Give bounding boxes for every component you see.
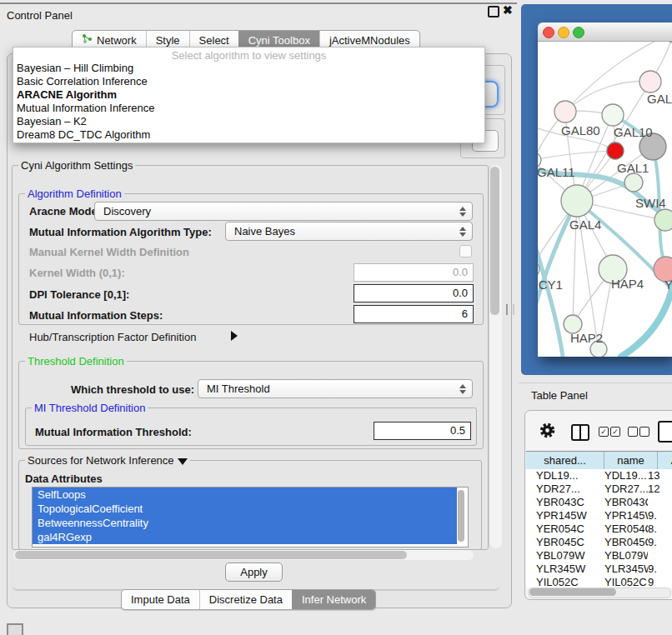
columns-icon[interactable] — [571, 424, 589, 441]
cell: YLR345W — [526, 562, 604, 576]
table-row[interactable]: YIL052CYIL052C9 — [526, 576, 672, 588]
list-item-selfloops[interactable]: SelfLoops — [33, 488, 457, 502]
cell: 8. — [648, 522, 672, 536]
unchecked-box-icon[interactable] — [628, 427, 638, 437]
stepper-arrows-icon — [459, 384, 466, 394]
dropdown-item-basic-correlation[interactable]: Basic Correlation Inference — [17, 75, 148, 88]
dpi-tolerance-label: DPI Tolerance [0,1]: — [29, 288, 129, 301]
cell: YLR345W — [604, 562, 648, 576]
checked-box-icon[interactable]: ✓ — [610, 427, 620, 437]
table-row[interactable]: YER054CYER054C8. — [526, 522, 672, 536]
column-header-partial[interactable]: A — [658, 452, 672, 469]
node-gal80[interactable] — [554, 101, 576, 122]
cell: YBR045C — [526, 536, 604, 549]
dropdown-item-dream8[interactable]: Dream8 DC_TDC Algorithm — [17, 128, 150, 141]
dropdown-item-bayesian-k2[interactable]: Bayesian – K2 — [17, 115, 87, 128]
node-red-selected[interactable] — [607, 142, 624, 159]
cell: 12 — [648, 482, 672, 496]
apply-button[interactable]: Apply — [225, 562, 283, 582]
sources-group-title[interactable]: Sources for Network Inference — [25, 455, 190, 467]
manual-kernel-width-label: Manual Kernel Width Definition — [29, 246, 189, 258]
dock-panel-icon[interactable] — [7, 623, 23, 635]
list-item-gal4rgexp[interactable]: gal4RGexp — [33, 530, 457, 544]
close-traffic-light-icon[interactable] — [543, 27, 554, 38]
expander-right-arrow-icon[interactable] — [231, 331, 238, 341]
new-table-icon-partial[interactable] — [658, 421, 672, 442]
table-horizontal-scrollbar-thumb[interactable] — [529, 588, 616, 596]
data-attributes-list[interactable]: SelfLoops TopologicalCoefficient Between… — [32, 487, 469, 548]
cell: 13 — [648, 469, 672, 482]
column-header-shared-name[interactable]: shared... — [526, 452, 604, 469]
label-swi4: SWI4 — [635, 196, 666, 210]
which-threshold-value: MI Threshold — [207, 382, 270, 395]
node-gal4[interactable] — [561, 185, 593, 217]
which-threshold-combo[interactable]: MI Threshold — [198, 379, 473, 398]
zoom-traffic-light-icon[interactable] — [573, 27, 584, 38]
manual-kernel-width-checkbox[interactable] — [459, 245, 472, 258]
node-gal-top[interactable] — [639, 71, 661, 92]
dropdown-placeholder: Select algorithm to view settings — [13, 49, 484, 62]
mi-steps-label: Mutual Information Steps: — [29, 309, 163, 322]
dpi-tolerance-field[interactable]: 0.0 — [354, 284, 474, 302]
tab-infer-network-label: Infer Network — [302, 590, 366, 609]
cell: 9. — [648, 509, 672, 522]
algorithm-definition-title: Algorithm Definition — [25, 188, 124, 200]
hub-definition-expander-label[interactable]: Hub/Transcription Factor Definition — [29, 331, 196, 343]
panel-splitter-grip[interactable] — [506, 304, 514, 315]
aracne-mode-combo[interactable]: Discovery — [94, 202, 473, 221]
bottom-tabbar: Impute Data Discretize Data Infer Networ… — [121, 589, 376, 610]
mi-steps-field[interactable]: 6 — [354, 305, 474, 323]
settings-horizontal-scrollbar-thumb[interactable] — [15, 551, 407, 559]
unchecked-box-icon[interactable] — [639, 427, 649, 437]
float-panel-icon[interactable] — [488, 6, 499, 18]
table-row[interactable]: YBR043CYBR043C — [526, 496, 672, 509]
table-row[interactable]: YPR145WYPR145W9. — [526, 509, 672, 522]
node-swi4[interactable] — [654, 209, 672, 231]
table-row[interactable]: YLR345WYLR345W9. — [526, 562, 672, 576]
cyni-algorithm-settings-title: Cyni Algorithm Settings — [18, 160, 135, 172]
network-window-titlebar[interactable] — [538, 22, 672, 42]
list-item-topologicalcoefficient[interactable]: TopologicalCoefficient — [33, 502, 457, 516]
list-item-betweennesscentrality[interactable]: BetweennessCentrality — [33, 516, 457, 530]
collapse-down-arrow-icon[interactable] — [178, 458, 188, 465]
node-top-partial[interactable] — [664, 42, 672, 42]
cell: 9. — [648, 536, 672, 549]
gear-icon[interactable] — [539, 422, 555, 441]
threshold-definition-title: Threshold Definition — [25, 356, 127, 368]
tab-infer-network[interactable]: Infer Network — [292, 590, 375, 609]
checked-box-icon[interactable]: ✓ — [599, 427, 609, 437]
label-gal1: GAL1 — [617, 161, 649, 175]
minimize-traffic-light-icon[interactable] — [558, 27, 569, 38]
table-row[interactable]: YDL19...YDL19...13 — [526, 469, 672, 482]
dropdown-item-bayesian-hill-climbing[interactable]: Bayesian – Hill Climbing — [17, 62, 133, 74]
which-threshold-label: Which threshold to use: — [71, 383, 194, 396]
mi-threshold-field[interactable]: 0.5 — [374, 422, 471, 440]
mi-threshold-label: Mutual Information Threshold: — [35, 426, 192, 438]
node-gal10[interactable] — [602, 104, 624, 126]
table-row[interactable]: YDR27...YDR27...12 — [526, 482, 672, 496]
tab-discretize-data[interactable]: Discretize Data — [199, 590, 292, 609]
dropdown-item-aracne[interactable]: ARACNE Algorithm — [17, 88, 117, 101]
control-panel-title: Control Panel — [7, 9, 73, 22]
mi-algorithm-type-label: Mutual Information Algorithm Type: — [29, 226, 212, 238]
cell: YIL052C — [526, 576, 604, 588]
network-canvas[interactable]: GAL GAL80 GAL10 GAL11 GAL1 SWI4 GAL4 GCY… — [538, 42, 672, 357]
attribute-list-scrollbar-thumb[interactable] — [458, 490, 464, 542]
cell: YBR045C — [604, 536, 648, 549]
kernel-width-field[interactable]: 0.0 — [354, 263, 474, 282]
aracne-mode-label: Aracne Mode: — [29, 205, 101, 218]
cell: YDL19... — [526, 469, 604, 482]
table-row[interactable]: YBR045CYBR045C9. — [526, 536, 672, 549]
close-panel-icon[interactable]: ✖ — [503, 3, 513, 17]
settings-vertical-scrollbar-thumb[interactable] — [490, 167, 499, 315]
mi-algorithm-type-combo[interactable]: Naive Bayes — [225, 222, 473, 241]
tab-impute-data[interactable]: Impute Data — [122, 590, 199, 609]
dropdown-item-mutual-information[interactable]: Mutual Information Inference — [17, 102, 154, 114]
column-header-name[interactable]: name — [604, 452, 658, 469]
tab-impute-data-label: Impute Data — [131, 590, 190, 609]
node-gal1[interactable] — [624, 173, 643, 192]
table-body[interactable]: YDL19...YDL19...13 YDR27...YDR27...12 YB… — [526, 469, 672, 588]
network-window[interactable]: GAL GAL80 GAL10 GAL11 GAL1 SWI4 GAL4 GCY… — [538, 22, 672, 357]
table-header-row: shared... name A — [526, 451, 672, 470]
table-row[interactable]: YBL079WYBL079W — [526, 549, 672, 562]
